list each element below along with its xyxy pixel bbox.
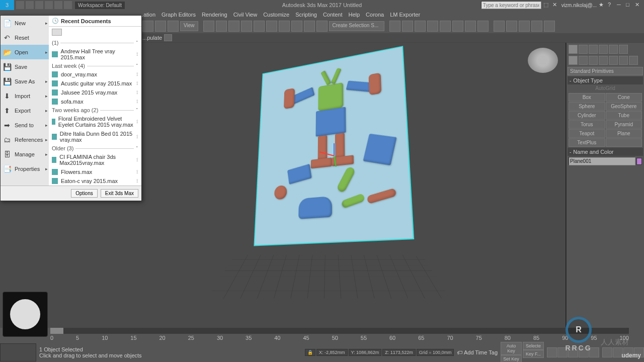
display-tab-icon[interactable] bbox=[609, 45, 618, 54]
qat-open-icon[interactable] bbox=[26, 1, 34, 9]
pin-icon[interactable]: ⟟ bbox=[136, 99, 138, 105]
qat-new-icon[interactable] bbox=[16, 1, 24, 9]
category-dropdown[interactable]: Standard Primitives bbox=[568, 67, 643, 75]
recent-document-item[interactable]: Eaton-c vray 2015.max⟟ bbox=[49, 176, 141, 186]
app-menu-reset[interactable]: ↶Reset bbox=[1, 30, 49, 45]
spinner-snap-icon[interactable] bbox=[304, 21, 315, 32]
qat-project-icon[interactable] bbox=[64, 1, 72, 9]
create-tab-icon[interactable] bbox=[569, 45, 578, 54]
pin-icon[interactable]: ⟟ bbox=[136, 169, 138, 175]
teapot-render-icon[interactable] bbox=[494, 21, 505, 32]
selection-set-dropdown[interactable]: Create Selection S... bbox=[329, 21, 384, 31]
primitive-teapot[interactable]: Teapot bbox=[569, 129, 605, 138]
recent-document-item[interactable]: Flowers.max⟟ bbox=[49, 167, 141, 176]
play-icon[interactable] bbox=[568, 347, 578, 357]
app-menu-manage[interactable]: 🗄Manage▸ bbox=[1, 147, 49, 161]
coord-y[interactable]: Y: 1086,862m bbox=[349, 349, 382, 356]
pin-icon[interactable]: ⟟ bbox=[136, 134, 138, 140]
qat-redo-icon[interactable] bbox=[54, 1, 62, 9]
recent-document-item[interactable]: Floral Embroidered Velvet Eyelet Curtain… bbox=[49, 114, 141, 129]
primitive-plane[interactable]: Plane bbox=[606, 129, 642, 138]
systems-subtab-icon[interactable] bbox=[629, 56, 638, 65]
prev-frame-icon[interactable] bbox=[557, 347, 568, 357]
pin-icon[interactable]: ⟟ bbox=[136, 89, 138, 96]
spacewarps-subtab-icon[interactable] bbox=[619, 56, 628, 65]
object-type-rollout[interactable]: - Object Type bbox=[568, 76, 643, 84]
app-menu-save-as[interactable]: 💾Save As▸ bbox=[1, 74, 49, 88]
recent-document-item[interactable]: door_vray.max⟟ bbox=[49, 70, 141, 79]
angle-snap-icon[interactable] bbox=[279, 21, 290, 32]
zoom-icon[interactable] bbox=[613, 347, 623, 357]
menu-item[interactable]: Scripting bbox=[292, 12, 320, 18]
material-icon[interactable] bbox=[452, 21, 463, 32]
align-icon[interactable] bbox=[402, 21, 413, 32]
menu-item[interactable]: Civil View bbox=[230, 12, 260, 18]
object-name-input[interactable] bbox=[569, 157, 635, 165]
lights-subtab-icon[interactable] bbox=[589, 56, 598, 65]
app-menu-new[interactable]: 📄New▸ bbox=[1, 16, 49, 30]
menu-item[interactable]: Corona bbox=[363, 12, 387, 18]
app-menu-import[interactable]: ⬇Import▸ bbox=[1, 88, 49, 103]
geometry-subtab-icon[interactable] bbox=[569, 56, 578, 65]
minimize-icon[interactable]: ─ bbox=[617, 2, 624, 9]
recent-document-item[interactable]: Andrew Hall Tree vray 2015.max⟟ bbox=[49, 47, 141, 62]
auto-grid-checkbox[interactable]: AutoGrid bbox=[568, 84, 643, 92]
auto-key-button[interactable]: Auto Key bbox=[501, 342, 522, 355]
maximize-icon[interactable]: □ bbox=[626, 2, 633, 9]
app-menu-properties[interactable]: 📑Properties▸ bbox=[1, 161, 49, 176]
view-dropdown[interactable]: View bbox=[180, 21, 198, 31]
collapse-caret-icon[interactable]: ˄ bbox=[136, 108, 138, 113]
account-menu[interactable]: vizm.nikolaj@... bbox=[561, 3, 597, 8]
select-icon[interactable] bbox=[203, 21, 214, 32]
viewcube[interactable] bbox=[528, 48, 558, 73]
app-menu-references[interactable]: 🗂References▸ bbox=[1, 132, 49, 147]
redo-icon[interactable] bbox=[155, 21, 166, 32]
app-menu-save[interactable]: 💾Save bbox=[1, 59, 49, 74]
object-color-swatch[interactable] bbox=[636, 158, 642, 165]
app-logo[interactable]: 3 bbox=[0, 0, 14, 10]
subscription-icon[interactable]: ⬚ bbox=[543, 2, 550, 9]
primitive-cone[interactable]: Cone bbox=[606, 93, 642, 102]
utilities-tab-icon[interactable] bbox=[619, 45, 628, 54]
recent-group-header[interactable]: Two weeks ago (2)˄ bbox=[49, 106, 141, 114]
pin-icon[interactable]: ⟟ bbox=[136, 80, 138, 86]
app-menu-export[interactable]: ⬆Export▸ bbox=[1, 103, 49, 118]
primitive-geosphere[interactable]: GeoSphere bbox=[606, 102, 642, 111]
pan-icon[interactable] bbox=[602, 347, 612, 357]
recent-document-item[interactable]: Jalusee 2015 vray.max⟟ bbox=[49, 88, 141, 97]
set-key-button[interactable]: Set Key bbox=[501, 355, 522, 362]
layer-icon[interactable] bbox=[415, 21, 426, 32]
snap-icon[interactable] bbox=[266, 21, 277, 32]
schematic-icon[interactable] bbox=[440, 21, 451, 32]
recent-view-toggle[interactable] bbox=[52, 29, 62, 36]
selected-filter-button[interactable]: Selecte bbox=[523, 342, 544, 350]
menu-item[interactable]: Content bbox=[320, 12, 346, 18]
primitive-textplus[interactable]: TextPlus bbox=[569, 138, 605, 147]
close-icon[interactable]: ✕ bbox=[635, 2, 642, 9]
goto-end-icon[interactable] bbox=[589, 347, 599, 357]
modify-tab-icon[interactable] bbox=[579, 45, 588, 54]
exchange-icon[interactable]: ✕ bbox=[552, 2, 559, 9]
menu-item[interactable]: Rendering bbox=[199, 12, 230, 18]
recent-document-item[interactable]: CI FLAMINIA chair 3ds Max2015vray.max⟟ bbox=[49, 152, 141, 167]
menu-item[interactable]: Help bbox=[345, 12, 363, 18]
collapse-caret-icon[interactable]: ˄ bbox=[136, 40, 138, 45]
primitive-cylinder[interactable]: Cylinder bbox=[569, 111, 605, 120]
qat-save-icon[interactable] bbox=[35, 1, 43, 9]
helpers-subtab-icon[interactable] bbox=[609, 56, 618, 65]
primitive-box[interactable]: Box bbox=[569, 93, 605, 102]
recent-group-header[interactable]: Last week (4)˄ bbox=[49, 62, 141, 70]
pin-icon[interactable]: ⟟ bbox=[136, 178, 138, 184]
a360-icon[interactable] bbox=[531, 21, 542, 32]
recent-group-header[interactable]: Older (3)˄ bbox=[49, 144, 141, 152]
app-menu-open[interactable]: 📂Open▸ bbox=[1, 45, 49, 59]
max-toggle-icon[interactable] bbox=[634, 347, 644, 357]
cloud-icon[interactable] bbox=[519, 21, 530, 32]
render-setup-icon[interactable] bbox=[465, 21, 476, 32]
link-icon[interactable] bbox=[168, 21, 179, 32]
recent-document-item[interactable]: Acustic guitar vray 2015.max⟟ bbox=[49, 79, 141, 88]
pin-icon[interactable]: ⟟ bbox=[136, 119, 138, 125]
percent-snap-icon[interactable] bbox=[291, 21, 302, 32]
motion-tab-icon[interactable] bbox=[599, 45, 608, 54]
menu-item[interactable]: Graph Editors bbox=[158, 12, 199, 18]
